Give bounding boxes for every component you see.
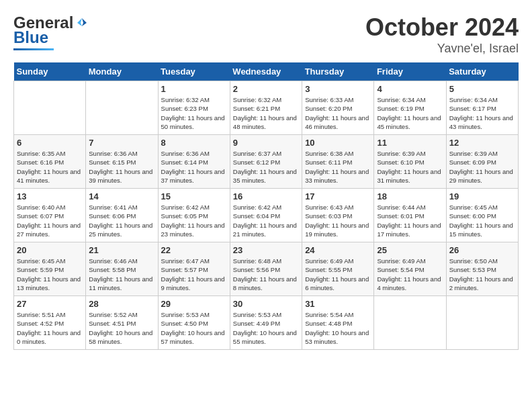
day-number: 29 [161, 299, 227, 309]
day-cell: 20Sunrise: 6:45 AM Sunset: 5:59 PM Dayli… [14, 242, 86, 296]
day-info: Sunrise: 6:39 AM Sunset: 6:10 PM Dayligh… [377, 149, 443, 185]
day-number: 13 [17, 191, 83, 201]
day-number: 4 [377, 84, 443, 94]
day-number: 5 [449, 84, 515, 94]
day-number: 18 [377, 191, 443, 201]
col-friday: Friday [374, 62, 446, 81]
day-info: Sunrise: 6:50 AM Sunset: 5:53 PM Dayligh… [449, 257, 515, 292]
week-row-4: 20Sunrise: 6:45 AM Sunset: 5:59 PM Dayli… [14, 242, 519, 296]
day-number: 19 [449, 191, 515, 201]
day-number: 7 [89, 138, 154, 148]
day-number: 8 [161, 138, 227, 148]
day-cell: 30Sunrise: 5:53 AM Sunset: 4:49 PM Dayli… [230, 296, 302, 350]
day-cell: 11Sunrise: 6:39 AM Sunset: 6:10 PM Dayli… [374, 135, 446, 189]
day-cell: 23Sunrise: 6:48 AM Sunset: 5:56 PM Dayli… [230, 242, 302, 296]
day-info: Sunrise: 6:48 AM Sunset: 5:56 PM Dayligh… [233, 257, 299, 292]
day-cell: 9Sunrise: 6:37 AM Sunset: 6:12 PM Daylig… [230, 135, 302, 189]
col-saturday: Saturday [446, 62, 518, 81]
day-number: 26 [449, 245, 515, 255]
day-number: 11 [377, 138, 443, 148]
header: General Blue October 2024 Yavne'el, Isra… [13, 13, 519, 56]
day-info: Sunrise: 5:54 AM Sunset: 4:48 PM Dayligh… [305, 310, 371, 346]
calendar-table: Sunday Monday Tuesday Wednesday Thursday… [13, 62, 519, 350]
logo-line [13, 48, 54, 50]
day-number: 1 [161, 84, 227, 94]
day-cell: 13Sunrise: 6:40 AM Sunset: 6:07 PM Dayli… [14, 189, 86, 242]
logo-blue: Blue [13, 28, 48, 47]
day-number: 3 [305, 84, 371, 94]
day-cell [374, 296, 446, 350]
day-info: Sunrise: 6:34 AM Sunset: 6:19 PM Dayligh… [377, 95, 443, 131]
day-info: Sunrise: 6:39 AM Sunset: 6:09 PM Dayligh… [449, 149, 515, 185]
day-number: 30 [233, 299, 299, 309]
week-row-3: 13Sunrise: 6:40 AM Sunset: 6:07 PM Dayli… [14, 189, 519, 242]
day-info: Sunrise: 6:49 AM Sunset: 5:55 PM Dayligh… [305, 257, 371, 292]
day-cell: 15Sunrise: 6:42 AM Sunset: 6:05 PM Dayli… [158, 189, 230, 242]
day-cell: 29Sunrise: 5:53 AM Sunset: 4:50 PM Dayli… [158, 296, 230, 350]
day-cell: 2Sunrise: 6:32 AM Sunset: 6:21 PM Daylig… [230, 81, 302, 135]
day-info: Sunrise: 5:51 AM Sunset: 4:52 PM Dayligh… [17, 310, 83, 346]
day-cell: 6Sunrise: 6:35 AM Sunset: 6:16 PM Daylig… [14, 135, 86, 189]
day-cell: 22Sunrise: 6:47 AM Sunset: 5:57 PM Dayli… [158, 242, 230, 296]
day-cell: 8Sunrise: 6:36 AM Sunset: 6:14 PM Daylig… [158, 135, 230, 189]
day-number: 23 [233, 245, 299, 255]
day-cell: 18Sunrise: 6:44 AM Sunset: 6:01 PM Dayli… [374, 189, 446, 242]
day-info: Sunrise: 6:43 AM Sunset: 6:03 PM Dayligh… [305, 203, 371, 238]
day-info: Sunrise: 6:38 AM Sunset: 6:11 PM Dayligh… [305, 149, 371, 185]
location-title: Yavne'el, Israel [365, 42, 519, 56]
day-number: 27 [17, 299, 83, 309]
title-section: October 2024 Yavne'el, Israel [365, 13, 519, 56]
day-cell: 5Sunrise: 6:34 AM Sunset: 6:17 PM Daylig… [446, 81, 518, 135]
day-info: Sunrise: 6:32 AM Sunset: 6:21 PM Dayligh… [233, 95, 299, 131]
day-info: Sunrise: 6:42 AM Sunset: 6:04 PM Dayligh… [233, 203, 299, 238]
svg-marker-1 [77, 18, 82, 26]
day-info: Sunrise: 6:42 AM Sunset: 6:05 PM Dayligh… [161, 203, 227, 238]
day-number: 21 [89, 245, 154, 255]
day-info: Sunrise: 6:41 AM Sunset: 6:06 PM Dayligh… [89, 203, 154, 238]
day-cell: 4Sunrise: 6:34 AM Sunset: 6:19 PM Daylig… [374, 81, 446, 135]
day-info: Sunrise: 6:32 AM Sunset: 6:23 PM Dayligh… [161, 95, 227, 131]
day-info: Sunrise: 5:53 AM Sunset: 4:49 PM Dayligh… [233, 310, 299, 346]
day-info: Sunrise: 6:36 AM Sunset: 6:15 PM Dayligh… [89, 149, 154, 185]
header-row: Sunday Monday Tuesday Wednesday Thursday… [14, 62, 519, 81]
day-cell: 19Sunrise: 6:45 AM Sunset: 6:00 PM Dayli… [446, 189, 518, 242]
day-cell: 26Sunrise: 6:50 AM Sunset: 5:53 PM Dayli… [446, 242, 518, 296]
day-cell [86, 81, 158, 135]
week-row-1: 1Sunrise: 6:32 AM Sunset: 6:23 PM Daylig… [14, 81, 519, 135]
day-info: Sunrise: 6:45 AM Sunset: 6:00 PM Dayligh… [449, 203, 515, 238]
day-info: Sunrise: 5:52 AM Sunset: 4:51 PM Dayligh… [89, 310, 154, 346]
day-cell: 12Sunrise: 6:39 AM Sunset: 6:09 PM Dayli… [446, 135, 518, 189]
day-info: Sunrise: 6:35 AM Sunset: 6:16 PM Dayligh… [17, 149, 83, 185]
day-info: Sunrise: 5:53 AM Sunset: 4:50 PM Dayligh… [161, 310, 227, 346]
day-number: 24 [305, 245, 371, 255]
day-cell: 14Sunrise: 6:41 AM Sunset: 6:06 PM Dayli… [86, 189, 158, 242]
day-cell: 7Sunrise: 6:36 AM Sunset: 6:15 PM Daylig… [86, 135, 158, 189]
logo: General Blue [13, 13, 88, 50]
day-number: 9 [233, 138, 299, 148]
day-number: 12 [449, 138, 515, 148]
day-cell [14, 81, 86, 135]
svg-marker-0 [82, 18, 87, 26]
day-info: Sunrise: 6:34 AM Sunset: 6:17 PM Dayligh… [449, 95, 515, 131]
day-number: 10 [305, 138, 371, 148]
day-cell: 31Sunrise: 5:54 AM Sunset: 4:48 PM Dayli… [302, 296, 374, 350]
day-cell: 16Sunrise: 6:42 AM Sunset: 6:04 PM Dayli… [230, 189, 302, 242]
col-sunday: Sunday [14, 62, 86, 81]
calendar-container: General Blue October 2024 Yavne'el, Isra… [0, 0, 532, 411]
day-info: Sunrise: 6:37 AM Sunset: 6:12 PM Dayligh… [233, 149, 299, 185]
day-info: Sunrise: 6:36 AM Sunset: 6:14 PM Dayligh… [161, 149, 227, 185]
day-cell: 10Sunrise: 6:38 AM Sunset: 6:11 PM Dayli… [302, 135, 374, 189]
day-info: Sunrise: 6:47 AM Sunset: 5:57 PM Dayligh… [161, 257, 227, 292]
col-monday: Monday [86, 62, 158, 81]
logo-bird-icon [76, 17, 88, 29]
day-number: 20 [17, 245, 83, 255]
day-cell: 1Sunrise: 6:32 AM Sunset: 6:23 PM Daylig… [158, 81, 230, 135]
day-info: Sunrise: 6:44 AM Sunset: 6:01 PM Dayligh… [377, 203, 443, 238]
day-cell: 27Sunrise: 5:51 AM Sunset: 4:52 PM Dayli… [14, 296, 86, 350]
day-cell: 21Sunrise: 6:46 AM Sunset: 5:58 PM Dayli… [86, 242, 158, 296]
day-number: 14 [89, 191, 154, 201]
day-cell: 3Sunrise: 6:33 AM Sunset: 6:20 PM Daylig… [302, 81, 374, 135]
week-row-5: 27Sunrise: 5:51 AM Sunset: 4:52 PM Dayli… [14, 296, 519, 350]
day-number: 28 [89, 299, 154, 309]
day-number: 15 [161, 191, 227, 201]
